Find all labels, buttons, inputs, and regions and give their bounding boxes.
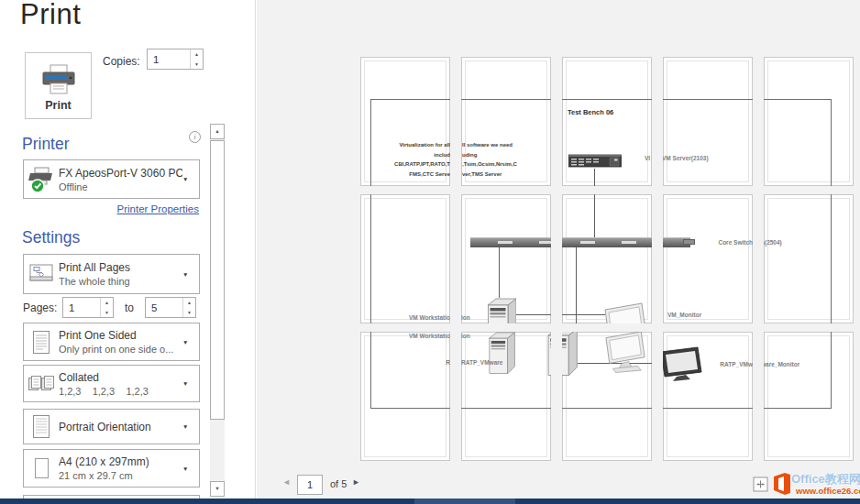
diagram-note-right: ll software we need uding ,Tsim,Ocsim,Nr… <box>462 140 517 179</box>
tile-gap <box>551 50 562 472</box>
office-logo-icon <box>771 472 793 496</box>
paper-size-dropdown[interactable]: A4 (210 x 297mm) 21 cm x 29.7 cm ▼ <box>23 449 200 488</box>
pages-from-increment-button[interactable]: ▲ <box>101 298 113 308</box>
portrait-page-icon <box>32 414 50 439</box>
orientation-dropdown[interactable]: Portrait Orientation ▼ <box>23 409 200 444</box>
print-range-subtitle: The whole thing <box>59 276 182 287</box>
tile-gap <box>652 50 663 472</box>
scrollbar-thumb[interactable] <box>210 140 225 420</box>
pages-to-word: to <box>125 301 134 314</box>
pages-from-input[interactable] <box>63 298 100 317</box>
diagram-label: h(2504) <box>761 240 782 247</box>
connector-line <box>576 247 577 332</box>
copies-stepper: ▲ ▼ <box>147 49 204 70</box>
tile-gap <box>450 50 461 472</box>
copies-increment-button[interactable]: ▲ <box>191 49 203 60</box>
collated-pages-icon <box>28 375 54 393</box>
paper-size-subtitle: 21 cm x 29.7 cm <box>59 470 182 481</box>
vm-workstation-icon <box>488 332 516 374</box>
diagram-label: VM Workstatio <box>409 334 450 340</box>
diagram-label: VM_Monitor <box>667 312 701 319</box>
pages-from-decrement-button[interactable]: ▼ <box>101 308 113 318</box>
printer-name: FX ApeosPort-V 3060 PC... <box>59 167 182 180</box>
settings-scrollbar[interactable]: ▲ ▼ <box>210 124 225 497</box>
scroll-up-button[interactable]: ▲ <box>210 124 225 139</box>
print-button-label: Print <box>45 99 71 112</box>
copies-input[interactable] <box>148 49 190 69</box>
next-page-button[interactable]: ► <box>352 477 360 487</box>
scroll-down-button[interactable]: ▼ <box>210 481 225 497</box>
diagram-title: Test Bench 06 <box>568 108 613 116</box>
print-sides-dropdown[interactable]: Print One Sided Only print on one side o… <box>23 323 200 361</box>
page-title: Print <box>20 0 81 31</box>
print-sides-title: Print One Sided <box>59 329 182 342</box>
diagram-label: RATP_VMw <box>720 362 753 368</box>
print-backstage: Print Print Copies: ▲ ▼ i Printer <box>0 0 860 504</box>
pages-from-stepper: ▲ ▼ <box>62 297 114 318</box>
pages-to-stepper: ▲ ▼ <box>145 297 196 318</box>
current-page-input[interactable] <box>297 475 323 495</box>
flowchart-icon <box>29 264 53 284</box>
tile-gap <box>353 323 860 332</box>
fit-to-window-icon[interactable] <box>753 477 768 492</box>
printer-device-icon <box>28 166 55 193</box>
chevron-down-icon: ▼ <box>182 380 199 387</box>
horizontal-scrollbar-thumb[interactable] <box>414 499 515 504</box>
print-preview-area: Test Bench 06 Virtualization for all inc… <box>257 0 860 499</box>
blank-page-icon <box>34 457 50 479</box>
collation-dropdown[interactable]: Collated 1,2,3 1,2,3 1,2,3 ▼ <box>23 365 200 402</box>
print-button[interactable]: Print <box>25 52 92 119</box>
print-settings-panel: Print Print Copies: ▲ ▼ i Printer <box>0 0 255 499</box>
diagram-label: VI <box>645 156 650 162</box>
pages-to-input[interactable] <box>146 298 182 317</box>
chevron-down-icon: ▼ <box>182 423 199 430</box>
one-sided-page-icon <box>32 330 50 355</box>
chevron-down-icon: ▼ <box>182 271 199 278</box>
diagram-label: Core Switch <box>718 240 753 247</box>
orientation-title: Portrait Orientation <box>59 421 182 433</box>
diagram-label: ware_Monitor <box>761 362 799 368</box>
printer-status: Offline <box>59 181 182 192</box>
vm-monitor-icon <box>603 331 647 373</box>
tile-gap <box>353 186 860 194</box>
tile-gap <box>753 50 764 472</box>
copies-decrement-button[interactable]: ▼ <box>191 60 203 70</box>
diagram-note-left: Virtualization for all includ CBI,RATP,I… <box>394 140 450 179</box>
panel-divider <box>255 0 256 499</box>
connector-line <box>499 247 500 298</box>
watermark: Office教程网 www.office26.com <box>771 470 860 499</box>
previous-page-button[interactable]: ◄ <box>282 477 291 487</box>
chevron-down-icon: ▼ <box>182 466 199 472</box>
paper-size-title: A4 (210 x 297mm) <box>59 455 182 468</box>
printer-selector[interactable]: FX ApeosPort-V 3060 PC... Offline ▼ <box>23 159 200 199</box>
diagram-label: VM Workstatio <box>409 315 450 322</box>
pages-label: Pages: <box>23 301 57 314</box>
page-count-label: of 5 <box>330 478 347 489</box>
pages-to-decrement-button[interactable]: ▼ <box>183 308 195 318</box>
ratp-vmware-monitor-icon <box>660 346 704 381</box>
diagram-label: RATP_VMware <box>461 360 502 367</box>
chevron-down-icon: ▼ <box>182 176 199 182</box>
diagram-label: VM Server(2103) <box>662 156 709 162</box>
print-sides-subtitle: Only print on one side o... <box>59 344 182 355</box>
collation-subtitle: 1,2,3 1,2,3 1,2,3 <box>59 386 182 397</box>
diagram-label: ion <box>461 315 470 322</box>
print-range-title: Print All Pages <box>59 261 182 274</box>
printer-icon <box>41 64 76 95</box>
info-icon[interactable]: i <box>189 131 201 143</box>
watermark-url: www.office26.com <box>796 486 860 496</box>
status-bar <box>0 499 860 504</box>
printer-properties-link[interactable]: Printer Properties <box>117 203 199 214</box>
diagram-label: ion <box>461 334 470 340</box>
server-rack-icon <box>568 153 622 169</box>
collation-title: Collated <box>59 371 182 384</box>
copies-label: Copies: <box>103 55 140 68</box>
vm-monitor-icon <box>603 302 647 323</box>
settings-heading: Settings <box>22 228 80 247</box>
core-switch-endcap-icon <box>683 239 695 245</box>
print-range-dropdown[interactable]: Print All Pages The whole thing ▼ <box>23 254 200 294</box>
chevron-down-icon: ▼ <box>182 339 199 345</box>
pages-to-increment-button[interactable]: ▲ <box>183 298 195 308</box>
vm-workstation-icon <box>488 298 516 323</box>
printer-heading: Printer <box>22 135 70 154</box>
